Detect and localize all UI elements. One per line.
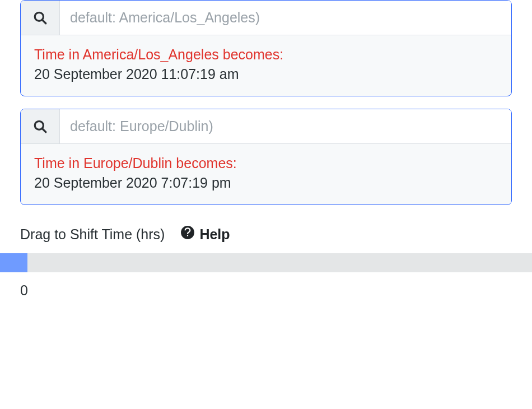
timezone-search-row <box>21 109 511 144</box>
result-title: Time in Europe/Dublin becomes: <box>34 155 498 171</box>
timezone-card-america-los-angeles: Time in America/Los_Angeles becomes: 20 … <box>20 0 512 96</box>
search-icon <box>21 1 60 35</box>
result-datetime: 20 September 2020 11:07:19 am <box>34 66 498 82</box>
shift-time-label: Drag to Shift Time (hrs) <box>20 226 165 243</box>
result-datetime: 20 September 2020 7:07:19 pm <box>34 175 498 191</box>
search-icon <box>21 109 60 143</box>
timezone-search-input[interactable] <box>60 109 511 143</box>
shift-time-slider-fill <box>0 253 27 272</box>
timezone-card-europe-dublin: Time in Europe/Dublin becomes: 20 Septem… <box>20 109 512 205</box>
timezone-search-input[interactable] <box>60 1 511 35</box>
help-label: Help <box>199 226 230 243</box>
help-icon <box>180 225 195 243</box>
timezone-search-row <box>21 1 511 35</box>
shift-time-value: 0 <box>20 282 512 299</box>
help-button[interactable]: Help <box>180 225 230 243</box>
shift-time-slider[interactable] <box>0 253 532 272</box>
shift-time-row: Drag to Shift Time (hrs) Help <box>20 225 512 243</box>
timezone-result: Time in America/Los_Angeles becomes: 20 … <box>21 35 511 96</box>
timezone-result: Time in Europe/Dublin becomes: 20 Septem… <box>21 144 511 204</box>
svg-line-3 <box>42 128 46 132</box>
result-title: Time in America/Los_Angeles becomes: <box>34 47 498 63</box>
svg-line-1 <box>42 20 46 24</box>
